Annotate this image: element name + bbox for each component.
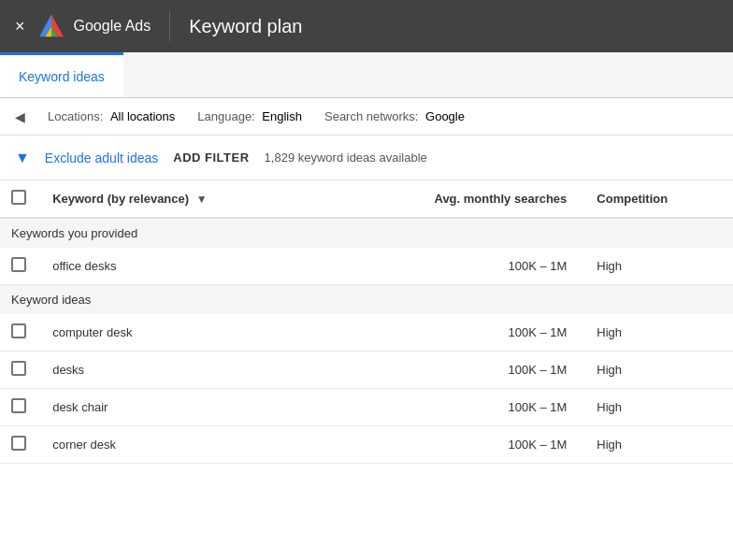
competition-cell: High: [578, 314, 733, 352]
row-checkbox-cell[interactable]: [0, 314, 41, 352]
add-filter-button[interactable]: ADD FILTER: [173, 151, 249, 165]
page-title: Keyword plan: [189, 16, 302, 37]
keyword-table: Keyword (by relevance) ▼ Avg. monthly se…: [0, 180, 733, 464]
row-checkbox[interactable]: [11, 323, 26, 338]
header-divider: [169, 11, 170, 41]
row-checkbox-cell[interactable]: [0, 389, 41, 426]
network-label: Search networks: Google: [324, 109, 465, 123]
nav-back-arrow[interactable]: ◀: [15, 109, 25, 124]
keyword-cell: desk chair: [41, 389, 371, 426]
section-row: Keyword ideas: [0, 285, 733, 315]
keyword-cell: corner desk: [41, 426, 371, 464]
exclude-adult-link[interactable]: Exclude adult ideas: [45, 151, 158, 165]
location-bar: ◀ Locations: All locations Language: Eng…: [0, 98, 733, 136]
section-row: Keywords you provided: [0, 218, 733, 248]
filter-icon: ▼: [15, 150, 30, 166]
app-logo: Google Ads: [36, 11, 151, 41]
col-header-competition: Competition: [578, 180, 733, 218]
table-row: desk chair 100K – 1M High: [0, 389, 733, 426]
competition-cell: High: [578, 248, 733, 285]
keyword-cell: office desks: [41, 248, 371, 285]
monthly-cell: 100K – 1M: [372, 426, 579, 464]
google-ads-logo-icon: [36, 11, 66, 41]
table-header-row: Keyword (by relevance) ▼ Avg. monthly se…: [0, 180, 733, 218]
row-checkbox-cell[interactable]: [0, 352, 41, 389]
close-button[interactable]: ×: [15, 17, 25, 36]
locations-label: Locations: All locations: [48, 109, 175, 123]
row-checkbox-cell[interactable]: [0, 248, 41, 285]
table-row: office desks 100K – 1M High: [0, 248, 733, 285]
keyword-count: 1,829 keyword ideas available: [265, 151, 427, 165]
competition-cell: High: [578, 426, 733, 464]
keyword-cell: computer desk: [41, 314, 371, 352]
app-name-label: Google Ads: [74, 18, 151, 35]
select-all-checkbox-cell[interactable]: [0, 180, 41, 218]
monthly-cell: 100K – 1M: [372, 248, 579, 285]
row-checkbox-cell[interactable]: [0, 426, 41, 464]
filter-bar: ▼ Exclude adult ideas ADD FILTER 1,829 k…: [0, 136, 733, 180]
competition-cell: High: [578, 352, 733, 389]
monthly-cell: 100K – 1M: [372, 352, 579, 389]
monthly-cell: 100K – 1M: [372, 314, 579, 352]
competition-cell: High: [578, 389, 733, 426]
table-row: desks 100K – 1M High: [0, 352, 733, 389]
select-all-checkbox[interactable]: [11, 190, 26, 205]
row-checkbox[interactable]: [11, 436, 26, 451]
row-checkbox[interactable]: [11, 398, 26, 413]
app-header: × Google Ads Keyword plan: [0, 0, 733, 52]
table-row: corner desk 100K – 1M High: [0, 426, 733, 464]
col-header-monthly: Avg. monthly searches: [372, 180, 579, 218]
sort-icon: ▼: [196, 193, 208, 206]
monthly-cell: 100K – 1M: [372, 389, 579, 426]
keyword-cell: desks: [41, 352, 371, 389]
row-checkbox[interactable]: [11, 257, 26, 272]
col-header-keyword[interactable]: Keyword (by relevance) ▼: [41, 180, 371, 218]
language-label: Language: English: [197, 109, 302, 123]
row-checkbox[interactable]: [11, 361, 26, 376]
tab-keyword-ideas[interactable]: Keyword ideas: [0, 52, 123, 97]
table-row: computer desk 100K – 1M High: [0, 314, 733, 352]
